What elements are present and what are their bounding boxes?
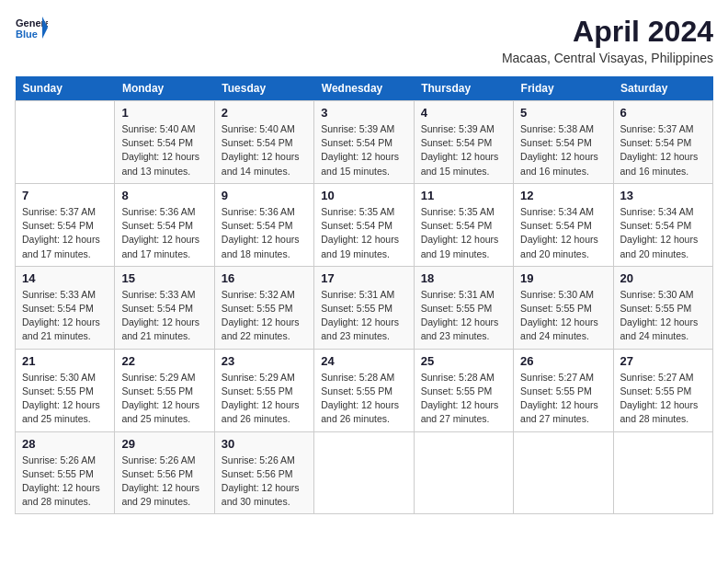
calendar-cell bbox=[514, 431, 613, 514]
calendar-cell: 30Sunrise: 5:26 AM Sunset: 5:56 PM Dayli… bbox=[214, 431, 313, 514]
day-number: 2 bbox=[222, 106, 307, 120]
day-number: 8 bbox=[121, 189, 207, 202]
day-number: 3 bbox=[321, 106, 406, 120]
month-title: April 2024 bbox=[502, 15, 713, 49]
day-info: Sunrise: 5:30 AM Sunset: 5:55 PM Dayligh… bbox=[22, 371, 108, 427]
day-info: Sunrise: 5:26 AM Sunset: 5:56 PM Dayligh… bbox=[222, 454, 307, 510]
calendar-cell: 19Sunrise: 5:30 AM Sunset: 5:55 PM Dayli… bbox=[514, 266, 613, 349]
calendar-cell: 7Sunrise: 5:37 AM Sunset: 5:54 PM Daylig… bbox=[16, 183, 115, 266]
day-number: 20 bbox=[620, 271, 706, 285]
day-info: Sunrise: 5:36 AM Sunset: 5:54 PM Dayligh… bbox=[222, 205, 307, 261]
day-number: 5 bbox=[520, 106, 606, 120]
day-info: Sunrise: 5:29 AM Sunset: 5:55 PM Dayligh… bbox=[121, 371, 207, 427]
day-number: 14 bbox=[22, 271, 108, 285]
day-number: 9 bbox=[222, 189, 307, 202]
page-header: General Blue April 2024 Macaas, Central … bbox=[15, 15, 713, 65]
day-number: 13 bbox=[620, 189, 706, 202]
calendar-cell: 6Sunrise: 5:37 AM Sunset: 5:54 PM Daylig… bbox=[613, 101, 712, 184]
day-number: 12 bbox=[520, 189, 606, 202]
day-info: Sunrise: 5:40 AM Sunset: 5:54 PM Dayligh… bbox=[222, 122, 307, 178]
day-info: Sunrise: 5:26 AM Sunset: 5:56 PM Dayligh… bbox=[121, 454, 207, 510]
day-number: 15 bbox=[121, 271, 207, 285]
calendar-cell: 24Sunrise: 5:28 AM Sunset: 5:55 PM Dayli… bbox=[314, 349, 414, 431]
weekday-header-monday: Monday bbox=[115, 76, 214, 101]
weekday-header-saturday: Saturday bbox=[613, 76, 712, 101]
day-info: Sunrise: 5:36 AM Sunset: 5:54 PM Dayligh… bbox=[121, 205, 207, 261]
calendar-cell: 5Sunrise: 5:38 AM Sunset: 5:54 PM Daylig… bbox=[514, 101, 613, 184]
calendar-cell: 23Sunrise: 5:29 AM Sunset: 5:55 PM Dayli… bbox=[214, 349, 313, 431]
svg-text:Blue: Blue bbox=[16, 29, 38, 40]
weekday-header-tuesday: Tuesday bbox=[214, 76, 313, 101]
day-info: Sunrise: 5:34 AM Sunset: 5:54 PM Dayligh… bbox=[620, 205, 706, 261]
calendar-cell: 8Sunrise: 5:36 AM Sunset: 5:54 PM Daylig… bbox=[115, 183, 214, 266]
calendar-cell: 10Sunrise: 5:35 AM Sunset: 5:54 PM Dayli… bbox=[314, 183, 414, 266]
day-info: Sunrise: 5:30 AM Sunset: 5:55 PM Dayligh… bbox=[620, 288, 706, 344]
day-info: Sunrise: 5:40 AM Sunset: 5:54 PM Dayligh… bbox=[121, 122, 207, 178]
day-number: 11 bbox=[421, 189, 506, 202]
calendar-cell: 27Sunrise: 5:27 AM Sunset: 5:55 PM Dayli… bbox=[613, 349, 712, 431]
day-info: Sunrise: 5:27 AM Sunset: 5:55 PM Dayligh… bbox=[520, 371, 606, 427]
calendar-cell: 1Sunrise: 5:40 AM Sunset: 5:54 PM Daylig… bbox=[115, 101, 214, 184]
calendar-cell: 28Sunrise: 5:26 AM Sunset: 5:55 PM Dayli… bbox=[16, 431, 115, 514]
calendar-cell: 11Sunrise: 5:35 AM Sunset: 5:54 PM Dayli… bbox=[414, 183, 513, 266]
day-number: 27 bbox=[620, 354, 706, 368]
calendar-table: SundayMondayTuesdayWednesdayThursdayFrid… bbox=[15, 76, 713, 514]
calendar-cell: 13Sunrise: 5:34 AM Sunset: 5:54 PM Dayli… bbox=[613, 183, 712, 266]
calendar-cell: 29Sunrise: 5:26 AM Sunset: 5:56 PM Dayli… bbox=[115, 431, 214, 514]
day-number: 25 bbox=[421, 354, 506, 368]
day-number: 28 bbox=[22, 437, 108, 451]
calendar-cell: 26Sunrise: 5:27 AM Sunset: 5:55 PM Dayli… bbox=[514, 349, 613, 431]
calendar-cell: 2Sunrise: 5:40 AM Sunset: 5:54 PM Daylig… bbox=[214, 101, 313, 184]
day-info: Sunrise: 5:33 AM Sunset: 5:54 PM Dayligh… bbox=[121, 288, 207, 344]
calendar-cell: 9Sunrise: 5:36 AM Sunset: 5:54 PM Daylig… bbox=[214, 183, 313, 266]
day-info: Sunrise: 5:28 AM Sunset: 5:55 PM Dayligh… bbox=[421, 371, 506, 427]
day-number: 24 bbox=[321, 354, 406, 368]
day-info: Sunrise: 5:31 AM Sunset: 5:55 PM Dayligh… bbox=[421, 288, 506, 344]
calendar-cell: 22Sunrise: 5:29 AM Sunset: 5:55 PM Dayli… bbox=[115, 349, 214, 431]
day-info: Sunrise: 5:39 AM Sunset: 5:54 PM Dayligh… bbox=[421, 122, 506, 178]
calendar-cell: 16Sunrise: 5:32 AM Sunset: 5:55 PM Dayli… bbox=[214, 266, 313, 349]
day-number: 10 bbox=[321, 189, 406, 202]
day-number: 22 bbox=[121, 354, 207, 368]
day-info: Sunrise: 5:37 AM Sunset: 5:54 PM Dayligh… bbox=[22, 205, 108, 261]
calendar-cell: 14Sunrise: 5:33 AM Sunset: 5:54 PM Dayli… bbox=[16, 266, 115, 349]
day-info: Sunrise: 5:31 AM Sunset: 5:55 PM Dayligh… bbox=[321, 288, 406, 344]
weekday-header-thursday: Thursday bbox=[414, 76, 513, 101]
day-number: 16 bbox=[222, 271, 307, 285]
logo-icon: General Blue bbox=[15, 15, 48, 40]
day-number: 26 bbox=[520, 354, 606, 368]
calendar-cell: 18Sunrise: 5:31 AM Sunset: 5:55 PM Dayli… bbox=[414, 266, 513, 349]
calendar-cell bbox=[613, 431, 712, 514]
day-info: Sunrise: 5:33 AM Sunset: 5:54 PM Dayligh… bbox=[22, 288, 108, 344]
day-number: 7 bbox=[22, 189, 108, 202]
calendar-cell: 4Sunrise: 5:39 AM Sunset: 5:54 PM Daylig… bbox=[414, 101, 513, 184]
calendar-cell: 17Sunrise: 5:31 AM Sunset: 5:55 PM Dayli… bbox=[314, 266, 414, 349]
day-info: Sunrise: 5:37 AM Sunset: 5:54 PM Dayligh… bbox=[620, 122, 706, 178]
weekday-header-sunday: Sunday bbox=[16, 76, 115, 101]
day-number: 6 bbox=[620, 106, 706, 120]
weekday-header-friday: Friday bbox=[514, 76, 613, 101]
day-number: 18 bbox=[421, 271, 506, 285]
day-info: Sunrise: 5:35 AM Sunset: 5:54 PM Dayligh… bbox=[321, 205, 406, 261]
calendar-cell: 3Sunrise: 5:39 AM Sunset: 5:54 PM Daylig… bbox=[314, 101, 414, 184]
day-info: Sunrise: 5:34 AM Sunset: 5:54 PM Dayligh… bbox=[520, 205, 606, 261]
day-info: Sunrise: 5:32 AM Sunset: 5:55 PM Dayligh… bbox=[222, 288, 307, 344]
day-number: 23 bbox=[222, 354, 307, 368]
day-number: 17 bbox=[321, 271, 406, 285]
day-number: 4 bbox=[421, 106, 506, 120]
day-info: Sunrise: 5:26 AM Sunset: 5:55 PM Dayligh… bbox=[22, 454, 108, 510]
day-number: 21 bbox=[22, 354, 108, 368]
day-info: Sunrise: 5:30 AM Sunset: 5:55 PM Dayligh… bbox=[520, 288, 606, 344]
calendar-cell: 20Sunrise: 5:30 AM Sunset: 5:55 PM Dayli… bbox=[613, 266, 712, 349]
calendar-cell: 21Sunrise: 5:30 AM Sunset: 5:55 PM Dayli… bbox=[16, 349, 115, 431]
calendar-cell: 15Sunrise: 5:33 AM Sunset: 5:54 PM Dayli… bbox=[115, 266, 214, 349]
day-info: Sunrise: 5:35 AM Sunset: 5:54 PM Dayligh… bbox=[421, 205, 506, 261]
calendar-cell bbox=[414, 431, 513, 514]
day-number: 29 bbox=[121, 437, 207, 451]
calendar-cell bbox=[314, 431, 414, 514]
title-block: April 2024 Macaas, Central Visayas, Phil… bbox=[502, 15, 713, 65]
logo: General Blue bbox=[15, 15, 48, 40]
day-info: Sunrise: 5:27 AM Sunset: 5:55 PM Dayligh… bbox=[620, 371, 706, 427]
day-info: Sunrise: 5:28 AM Sunset: 5:55 PM Dayligh… bbox=[321, 371, 406, 427]
day-number: 19 bbox=[520, 271, 606, 285]
